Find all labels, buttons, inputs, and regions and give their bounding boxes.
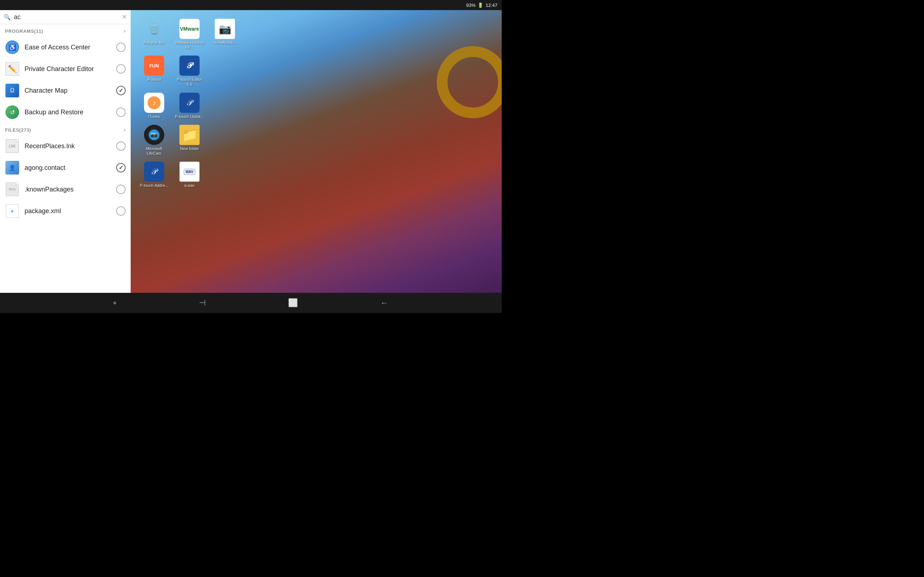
time: 12:47 bbox=[485, 3, 498, 8]
clear-icon[interactable]: ✕ bbox=[122, 13, 127, 21]
char-map-icon: Ω bbox=[5, 83, 19, 98]
ptouch-update-label: P-touch Updat... bbox=[175, 114, 204, 119]
list-item-agong[interactable]: 👤 agong.contact bbox=[0, 157, 131, 179]
ptouch-addr-img: 𝒫 bbox=[144, 161, 164, 182]
known-packages-label: .knownPackages bbox=[24, 186, 111, 193]
programs-label: PROGRAMS(11) bbox=[5, 29, 43, 34]
files-expand-icon[interactable]: › bbox=[124, 127, 126, 133]
vmwamca-label: VmwAmca... bbox=[214, 40, 236, 45]
ifunbox-label: iFunbox bbox=[147, 77, 161, 82]
files-label: FILES(273) bbox=[5, 127, 31, 133]
recycle-bin-label: Recycle Bin bbox=[144, 40, 165, 45]
home-dot[interactable] bbox=[106, 298, 123, 307]
list-item-package-xml[interactable]: e package.xml bbox=[0, 200, 131, 222]
ptouch-desktop-icon[interactable]: 𝒫 P-touch Editor 5.0 bbox=[173, 54, 206, 88]
ptouch-label: P-touch Editor 5.0 bbox=[175, 77, 204, 87]
list-item-recent-places[interactable]: LNK RecentPlaces.lnk bbox=[0, 135, 131, 157]
ease-of-access-label: Ease of Access Center bbox=[24, 44, 111, 51]
search-panel: 🔍 ✕ PROGRAMS(11) › ♿ Ease of Access Cent… bbox=[0, 10, 131, 313]
vmwamca-img: 📷 bbox=[215, 19, 235, 39]
ease-of-access-icon: ♿ bbox=[5, 40, 19, 55]
battery-icon: 🔋 bbox=[478, 3, 483, 8]
backup-icon: ↺ bbox=[5, 105, 19, 119]
ptouch-addr-icon[interactable]: 𝒫 P-touch Addre... bbox=[138, 160, 170, 189]
agong-label: agong.contact bbox=[24, 164, 111, 172]
list-item-char-map[interactable]: Ω Character Map bbox=[0, 80, 131, 102]
agong-icon: 👤 bbox=[5, 161, 19, 175]
list-item-ease-of-access[interactable]: ♿ Ease of Access Center bbox=[0, 36, 131, 58]
lifecam-label: Microsoft LifeCam bbox=[139, 147, 169, 156]
list-item-private-char[interactable]: ✏️ Private Character Editor bbox=[0, 58, 131, 80]
list-item-known-packages[interactable]: PKG .knownPackages bbox=[0, 179, 131, 200]
home-button[interactable]: ⬜ bbox=[281, 295, 305, 311]
new-folder-icon[interactable]: 📁 New folder bbox=[173, 123, 206, 157]
ifunbox-img: FUN bbox=[144, 56, 164, 76]
ptouch-img: 𝒫 bbox=[179, 56, 200, 76]
recent-places-label: RecentPlaces.lnk bbox=[24, 142, 111, 150]
awav-icon[interactable]: WAV a.wav bbox=[173, 160, 206, 189]
backup-radio[interactable] bbox=[116, 108, 126, 117]
private-char-icon: ✏️ bbox=[5, 62, 19, 76]
private-char-radio[interactable] bbox=[116, 64, 126, 74]
ptouch-update-icon[interactable]: 𝒫 P-touch Updat... bbox=[173, 91, 206, 121]
recycle-bin-img: 🗑️ bbox=[144, 19, 164, 39]
search-icon: 🔍 bbox=[3, 14, 11, 21]
package-xml-label: package.xml bbox=[24, 207, 111, 215]
new-folder-label: New folder bbox=[180, 147, 199, 151]
vmware-icon[interactable]: VMware VMware Horizon Pe... bbox=[173, 17, 206, 51]
package-xml-radio[interactable] bbox=[116, 206, 126, 216]
desktop: 🗑️ Recycle Bin VMware VMware Horizon Pe.… bbox=[131, 10, 502, 313]
ptouch-update-img: 𝒫 bbox=[179, 93, 200, 113]
itunes-label: iTunes bbox=[149, 114, 160, 119]
bottom-nav: ⊣ ⬜ ← bbox=[0, 293, 502, 313]
private-char-label: Private Character Editor bbox=[24, 65, 111, 73]
desktop-row-1: 🗑️ Recycle Bin VMware VMware Horizon Pe.… bbox=[138, 17, 494, 51]
awav-img: WAV bbox=[179, 161, 200, 182]
new-folder-img: 📁 bbox=[179, 125, 200, 145]
svg-text:♪: ♪ bbox=[152, 99, 156, 107]
recent-places-icon: LNK bbox=[5, 139, 19, 153]
search-bar: 🔍 ✕ bbox=[0, 10, 131, 24]
programs-expand-icon[interactable]: › bbox=[124, 28, 126, 34]
files-section-header: FILES(273) › bbox=[0, 123, 131, 135]
ease-of-access-radio[interactable] bbox=[116, 43, 126, 52]
awav-label: a.wav bbox=[184, 183, 195, 188]
list-item-backup[interactable]: ↺ Backup and Restore bbox=[0, 102, 131, 123]
battery-percent: 93% bbox=[466, 3, 475, 8]
recycle-bin-icon[interactable]: 🗑️ Recycle Bin bbox=[138, 17, 170, 51]
back-button[interactable]: ← bbox=[373, 295, 396, 311]
programs-section-header: PROGRAMS(11) › bbox=[0, 24, 131, 36]
lifecam-img: 📷 bbox=[144, 125, 164, 145]
status-bar: 93% 🔋 12:47 bbox=[0, 0, 502, 10]
vmware-img: VMware bbox=[179, 19, 200, 39]
agong-radio[interactable] bbox=[116, 163, 126, 172]
known-packages-radio[interactable] bbox=[116, 185, 126, 194]
recent-apps-button[interactable]: ⊣ bbox=[192, 295, 213, 311]
vmware-label: VMware Horizon Pe... bbox=[175, 40, 204, 50]
desktop-row-4: 📷 Microsoft LifeCam 📁 New folder bbox=[138, 123, 494, 157]
lifecam-icon[interactable]: 📷 Microsoft LifeCam bbox=[138, 123, 170, 157]
char-map-radio[interactable] bbox=[116, 86, 126, 95]
itunes-img: ♪ bbox=[144, 93, 164, 113]
desktop-row-5: 𝒫 P-touch Addre... WAV a.wav bbox=[138, 160, 494, 189]
recent-places-radio[interactable] bbox=[116, 141, 126, 151]
package-xml-icon: e bbox=[5, 204, 19, 218]
known-packages-icon: PKG bbox=[5, 182, 19, 197]
search-input[interactable] bbox=[14, 13, 119, 21]
vmwamca-icon[interactable]: 📷 VmwAmca... bbox=[208, 17, 241, 51]
backup-label: Backup and Restore bbox=[24, 108, 111, 116]
ptouch-addr-label: P-touch Addre... bbox=[140, 183, 168, 188]
char-map-label: Character Map bbox=[24, 87, 111, 95]
itunes-desktop-icon[interactable]: ♪ iTunes bbox=[138, 91, 170, 121]
ifunbox-desktop-icon[interactable]: FUN iFunbox bbox=[138, 54, 170, 88]
